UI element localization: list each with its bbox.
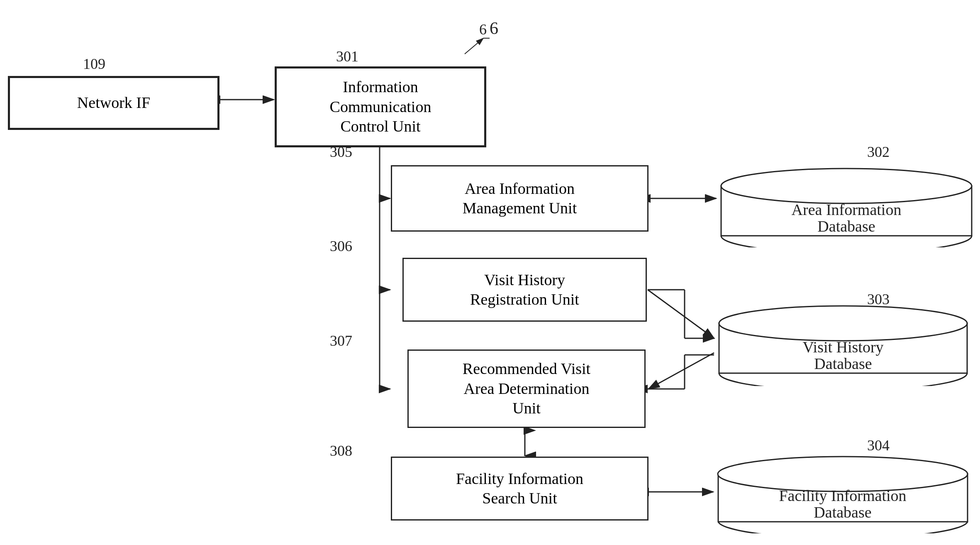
svg-text:Area Information: Area Information <box>792 201 902 218</box>
label-308: 308 <box>330 442 352 459</box>
label-109: 109 <box>83 55 105 73</box>
svg-text:Visit History: Visit History <box>802 338 883 356</box>
label-307: 307 <box>330 332 352 349</box>
info-comm-control-box: Information Communication Control Unit <box>275 66 486 147</box>
recommended-visit-box: Recommended Visit Area Determination Uni… <box>407 349 646 428</box>
area-info-db: Area Information Database <box>717 167 976 247</box>
facility-info-db: Facility Information Database <box>714 455 972 533</box>
area-info-mgmt-box: Area Information Management Unit <box>391 165 648 232</box>
label-301: 301 <box>336 48 358 65</box>
svg-line-17 <box>648 290 714 338</box>
visit-history-reg-box: Visit History Registration Unit <box>402 258 647 322</box>
label-306: 306 <box>330 237 352 255</box>
ref-number-6: 6 <box>479 21 487 38</box>
svg-text:Facility Information: Facility Information <box>779 487 906 504</box>
svg-line-8 <box>465 38 483 54</box>
svg-text:Database: Database <box>814 503 871 521</box>
svg-text:Database: Database <box>817 218 875 235</box>
visit-history-db: Visit History Database <box>715 305 971 386</box>
label-304: 304 <box>867 437 890 454</box>
svg-point-30 <box>721 169 972 203</box>
svg-text:6: 6 <box>490 19 498 38</box>
network-if-box: Network IF <box>8 76 219 130</box>
svg-point-38 <box>718 457 968 491</box>
svg-point-34 <box>719 306 967 341</box>
facility-info-search-box: Facility Information Search Unit <box>391 457 648 521</box>
svg-text:Database: Database <box>814 355 872 372</box>
label-305: 305 <box>330 143 352 161</box>
svg-line-18 <box>648 353 714 389</box>
label-302: 302 <box>867 143 890 161</box>
